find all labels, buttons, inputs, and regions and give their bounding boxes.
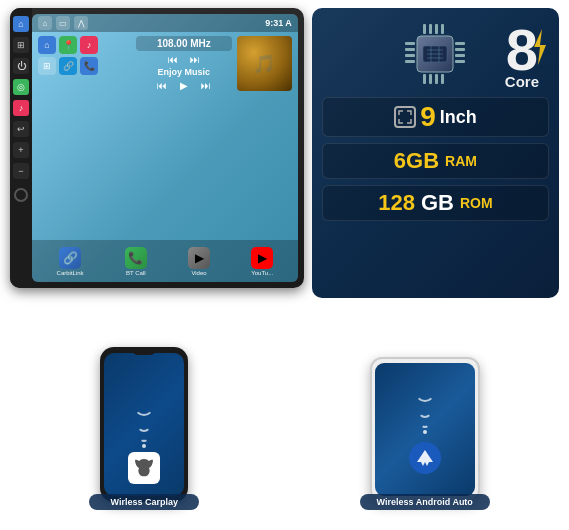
svg-rect-15 (435, 74, 438, 84)
carplay-phone-container: Wirless Carplay (14, 327, 275, 502)
music-player: 108.00 MHz ⏮ ⏭ Enjoy Music ⏮ ▶ ⏭ (134, 34, 294, 95)
svg-rect-11 (435, 24, 438, 34)
svg-rect-10 (429, 24, 432, 34)
youtube-app[interactable]: ▶ YouTu... (251, 247, 273, 276)
svg-marker-23 (534, 29, 546, 65)
home-icon[interactable]: ⌂ (13, 16, 29, 32)
iphone-frame (100, 347, 188, 502)
prev2-button[interactable]: ⏮ (154, 77, 170, 93)
core-badge: 8 Core (505, 21, 539, 90)
svg-rect-16 (441, 74, 444, 84)
window-topbar-icon[interactable]: ▭ (56, 16, 70, 30)
core-number-wrap: 8 (506, 21, 538, 79)
music-icon[interactable]: ♪ (13, 100, 29, 116)
prev-button[interactable]: ⏮ (165, 51, 181, 67)
youtube-icon: ▶ (251, 247, 273, 269)
ram-unit: RAM (445, 153, 477, 169)
grid-home-icon[interactable]: ⌂ (38, 36, 56, 54)
music-controls-area: 108.00 MHz ⏮ ⏭ Enjoy Music ⏮ ▶ ⏭ (136, 36, 232, 93)
chip-svg (395, 14, 475, 94)
music-controls: ⏮ ⏭ (136, 51, 232, 67)
enjoy-music-label: Enjoy Music (136, 67, 232, 77)
btcall-app[interactable]: 📞 BT Call (125, 247, 147, 276)
rom-gb: GB (421, 190, 454, 216)
svg-rect-3 (405, 54, 415, 57)
bottom-section: Wirless Carplay (0, 310, 569, 510)
carbitlink-icon: 🔗 (59, 247, 81, 269)
video-label: Video (191, 270, 206, 276)
rom-value: 128 (378, 190, 415, 216)
android-label: Wireless Android Auto (360, 494, 490, 510)
spec-rom-row: 128 GB ROM (322, 185, 549, 221)
carplay-logo-icon (128, 452, 160, 484)
screen-topbar: ⌂ ▭ ⋀ 9:31 A (32, 14, 298, 32)
ram-value: 6GB (394, 148, 439, 174)
top-section: ⌂ ⊞ ⏻ ◎ ♪ ↩ + − ⌂ ▭ ⋀ 9:31 (0, 0, 569, 310)
wifi-wave-large (134, 396, 154, 416)
svg-rect-8 (455, 60, 465, 63)
svg-rect-1 (405, 42, 415, 45)
grid-phone-icon[interactable]: 📞 (80, 57, 98, 75)
vol-up-icon[interactable]: + (13, 142, 29, 158)
svg-rect-14 (429, 74, 432, 84)
rom-unit: ROM (460, 195, 493, 211)
next2-button[interactable]: ⏭ (198, 77, 214, 93)
wifi-wave-medium (137, 418, 151, 432)
svg-rect-7 (455, 54, 465, 57)
topbar-left: ⌂ ▭ ⋀ (38, 16, 88, 30)
carbitlink-app[interactable]: 🔗 CarbitLink (57, 247, 84, 276)
wifi-dot (142, 444, 146, 448)
album-art: 🎵 (237, 36, 292, 91)
specs-panel: 8 Core (312, 8, 559, 298)
expand-icon (398, 110, 412, 124)
next-button[interactable]: ⏭ (187, 51, 203, 67)
chip-area: 8 Core (322, 16, 549, 91)
svg-rect-12 (441, 24, 444, 34)
svg-rect-2 (405, 48, 415, 51)
android-phone: Wireless Android Auto (295, 342, 556, 502)
svg-rect-9 (423, 24, 426, 34)
android-wifi-waves (415, 382, 435, 434)
carbitlink-label: CarbitLink (57, 270, 84, 276)
video-app[interactable]: ▶ Video (188, 247, 210, 276)
samsung-frame (370, 357, 480, 502)
main-container: ⌂ ⊞ ⏻ ◎ ♪ ↩ + − ⌂ ▭ ⋀ 9:31 (0, 0, 569, 530)
chevron-topbar-icon[interactable]: ⋀ (74, 16, 88, 30)
music-top-row: 108.00 MHz ⏮ ⏭ Enjoy Music ⏮ ▶ ⏭ (134, 34, 294, 95)
play-button[interactable]: ▶ (176, 77, 192, 93)
music-controls2: ⏮ ▶ ⏭ (136, 77, 232, 93)
btcall-icon: 📞 (125, 247, 147, 269)
phone-notch (132, 347, 156, 355)
screen-size-value: 9 (420, 101, 436, 133)
carplay-wifi-waves (134, 396, 154, 448)
screen-size-icon (394, 106, 416, 128)
android-phone-container: Wireless Android Auto (295, 327, 556, 502)
android-wifi-dot (423, 430, 427, 434)
grid-apps-icon[interactable]: ⊞ (38, 57, 56, 75)
radio-screen: ⌂ ▭ ⋀ 9:31 A ⌂ 📍 ♪ ⊞ 🔗 📞 (32, 14, 298, 282)
wifi-wave-small (140, 434, 148, 442)
svg-rect-4 (405, 60, 415, 63)
apps-icon[interactable]: ⊞ (13, 37, 29, 53)
carplay-phone: Wirless Carplay (14, 342, 275, 502)
grid-maps-icon[interactable]: 📍 (59, 36, 77, 54)
power-icon[interactable]: ⏻ (13, 58, 29, 74)
android-screen (375, 363, 475, 496)
radio-side-panel: ⌂ ⊞ ⏻ ◎ ♪ ↩ + − (10, 8, 32, 288)
carplay-label: Wirless Carplay (89, 494, 199, 510)
youtube-label: YouTu... (251, 270, 273, 276)
svg-rect-6 (455, 48, 465, 51)
nav-icon[interactable]: ◎ (13, 79, 29, 95)
circle-indicator (14, 188, 28, 202)
android-auto-logo-icon (409, 442, 441, 474)
grid-apps: ⌂ 📍 ♪ ⊞ 🔗 📞 (36, 34, 100, 77)
radio-unit: ⌂ ⊞ ⏻ ◎ ♪ ↩ + − ⌂ ▭ ⋀ 9:31 (10, 8, 304, 288)
vol-down-icon[interactable]: − (13, 163, 29, 179)
btcall-label: BT Call (126, 270, 146, 276)
home-topbar-icon[interactable]: ⌂ (38, 16, 52, 30)
grid-link-icon[interactable]: 🔗 (59, 57, 77, 75)
carplay-screen (104, 353, 184, 496)
grid-music-icon[interactable]: ♪ (80, 36, 98, 54)
spec-ram-row: 6GB RAM (322, 143, 549, 179)
back-icon[interactable]: ↩ (13, 121, 29, 137)
